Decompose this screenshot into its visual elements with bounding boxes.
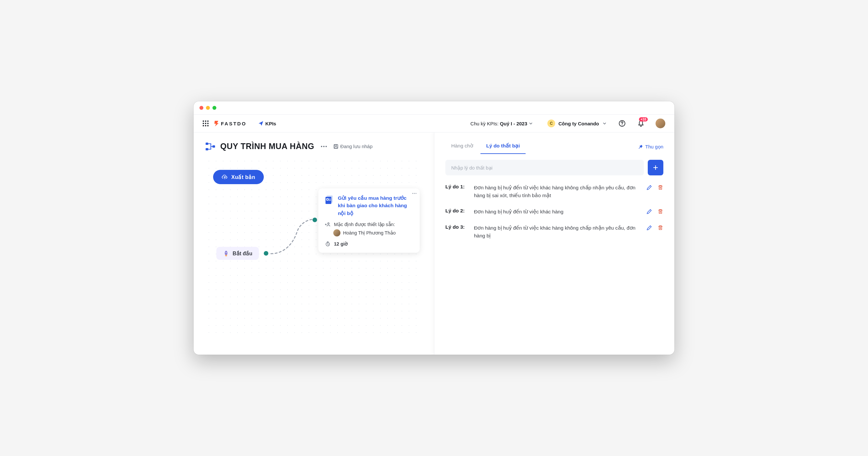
app-label: KPIs: [266, 121, 276, 126]
panel-header: Hàng chờ Lý do thất bại Thu gọn: [445, 140, 663, 154]
reason-input[interactable]: [445, 160, 644, 175]
svg-rect-6: [335, 144, 337, 146]
svg-point-1: [622, 125, 622, 125]
edit-icon[interactable]: [647, 225, 652, 231]
assignee-name: Hoàng Thị Phương Thảo: [343, 230, 396, 235]
delete-icon[interactable]: [657, 225, 663, 231]
reason-label: Lý do 2:: [445, 208, 468, 214]
page-title: QUY TRÌNH MUA HÀNG: [220, 141, 314, 151]
step-assignee: Hoàng Thị Phương Thảo: [325, 229, 413, 236]
reason-item: Lý do 1: Đơn hàng bị huỷ đến từ việc khá…: [445, 184, 663, 199]
reason-label: Lý do 3:: [445, 224, 468, 230]
edit-icon[interactable]: [647, 185, 652, 190]
collapse-button[interactable]: Thu gọn: [638, 144, 663, 150]
step-default-row: Mặc định được thiết lập sẵn:: [325, 222, 413, 227]
save-icon: [333, 144, 339, 149]
svg-point-8: [226, 252, 227, 253]
apps-menu-icon[interactable]: [203, 121, 209, 126]
send-icon: [258, 121, 264, 126]
svg-rect-4: [213, 145, 215, 148]
notification-badge: +10: [639, 117, 648, 122]
brand-logo[interactable]: FASTDO: [214, 120, 247, 127]
step-duration-row: 12 giờ: [325, 241, 413, 247]
reason-text: Đơn hàng bị huỷ đến từ việc khác hàng kh…: [474, 224, 641, 240]
cloud-upload-icon: [221, 174, 228, 180]
step-more-button[interactable]: [412, 193, 416, 194]
start-node[interactable]: Bắt đầu: [216, 247, 259, 260]
workflow-icon: [205, 142, 216, 151]
plus-icon: [653, 165, 658, 170]
draft-label: Đang lưu nháp: [340, 143, 373, 150]
assignee-avatar: [333, 229, 340, 236]
workflow-canvas[interactable]: Xuất bản Bắt đầu: [205, 158, 422, 333]
timer-icon: [325, 241, 331, 247]
reason-text: Đơn hàng bị huỷ đến từ việc khác hàng: [474, 208, 641, 216]
collapse-label: Thu gọn: [645, 144, 663, 150]
connector-dot-step[interactable]: [312, 218, 317, 222]
cycle-label: Chu kỳ KPIs:: [470, 121, 499, 126]
app-header: FASTDO KPIs Chu kỳ KPIs: Quý I - 2023 C …: [194, 114, 674, 132]
cycle-value: Quý I - 2023: [500, 121, 527, 126]
edit-icon[interactable]: [647, 208, 652, 214]
tab-fail-reasons[interactable]: Lý do thất bại: [480, 140, 526, 154]
reason-item: Lý do 2: Đơn hàng bị huỷ đến từ việc khá…: [445, 208, 663, 216]
svg-point-12: [328, 223, 330, 224]
reason-item: Lý do 3: Đơn hàng bị huỷ đến từ việc khá…: [445, 224, 663, 240]
cycle-selector[interactable]: Chu kỳ KPIs: Quý I - 2023: [470, 121, 533, 126]
org-badge: C: [547, 120, 555, 127]
fastdo-icon: [214, 120, 219, 127]
side-panel: Hàng chờ Lý do thất bại Thu gọn Lý do 1:…: [434, 132, 674, 355]
reasons-list: Lý do 1: Đơn hàng bị huỷ đến từ việc khá…: [445, 184, 663, 240]
main-content: QUY TRÌNH MUA HÀNG Đang lưu nháp Xuất bả…: [194, 132, 674, 355]
org-selector[interactable]: C Công ty Conando: [547, 120, 607, 127]
svg-rect-2: [206, 142, 208, 145]
connector-path: [268, 216, 320, 258]
people-icon: [325, 222, 331, 227]
page-more-button[interactable]: [319, 144, 329, 149]
svg-rect-7: [335, 147, 337, 149]
add-reason-button[interactable]: [648, 160, 663, 175]
duration-value: 12 giờ: [334, 241, 348, 247]
svg-rect-3: [206, 148, 208, 151]
pin-icon: [638, 144, 643, 150]
chevron-down-icon: [529, 121, 533, 126]
panel-tabs: Hàng chờ Lý do thất bại: [445, 140, 526, 154]
app-window: FASTDO KPIs Chu kỳ KPIs: Quý I - 2023 C …: [194, 101, 674, 355]
step-card[interactable]: Gửi yêu cầu mua hàng trước khi bàn giao …: [318, 188, 420, 253]
reason-text: Đơn hàng bị huỷ đến từ việc khác hàng kh…: [474, 184, 641, 199]
delete-icon[interactable]: [657, 208, 663, 214]
reason-input-row: [445, 160, 663, 175]
default-label: Mặc định được thiết lập sẵn:: [334, 222, 395, 227]
org-name: Công ty Conando: [558, 121, 599, 126]
draft-status: Đang lưu nháp: [333, 143, 373, 150]
form-add-icon: [325, 195, 334, 204]
help-button[interactable]: [619, 120, 626, 127]
delete-icon[interactable]: [657, 185, 663, 190]
chevron-down-icon: [602, 121, 607, 126]
reason-label: Lý do 1:: [445, 184, 468, 190]
rocket-icon: [223, 250, 229, 257]
brand-name: FASTDO: [221, 121, 247, 126]
step-title: Gửi yêu cầu mua hàng trước khi bàn giao …: [338, 194, 413, 217]
publish-button[interactable]: Xuất bản: [213, 170, 264, 184]
app-name[interactable]: KPIs: [258, 121, 276, 126]
page-title-row: QUY TRÌNH MUA HÀNG Đang lưu nháp: [205, 141, 422, 151]
notifications-button[interactable]: +10: [638, 120, 645, 127]
user-avatar[interactable]: [655, 119, 665, 128]
start-label: Bắt đầu: [232, 251, 252, 257]
workflow-canvas-pane: QUY TRÌNH MUA HÀNG Đang lưu nháp Xuất bả…: [194, 132, 434, 355]
window-maximize[interactable]: [213, 106, 216, 110]
window-close[interactable]: [199, 106, 204, 110]
tab-queue[interactable]: Hàng chờ: [445, 140, 479, 154]
publish-label: Xuất bản: [231, 174, 255, 180]
window-minimize[interactable]: [206, 106, 210, 110]
window-titlebar: [194, 101, 674, 114]
